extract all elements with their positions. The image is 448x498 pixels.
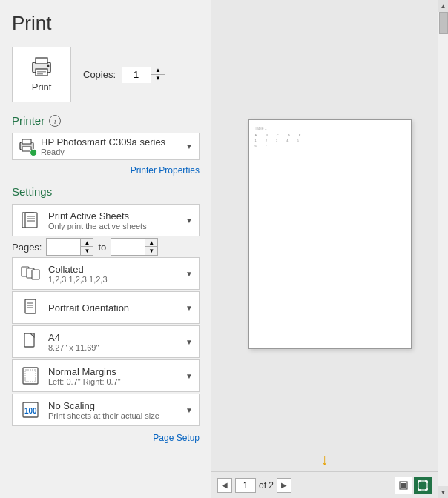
collated-arrow: ▼ xyxy=(185,270,193,278)
preview-panel: ▲ ▼ Table 1 A B C D E 1 2 3 4 xyxy=(211,0,448,498)
print-preview: Table 1 A B C D E 1 2 3 4 5 6 7 xyxy=(248,119,412,349)
next-page-button[interactable]: ▶ xyxy=(277,478,291,493)
svg-rect-4 xyxy=(37,73,43,75)
fit-page-icon xyxy=(398,480,409,491)
down-arrow-indicator: ↓ xyxy=(321,451,329,468)
setting-scaling[interactable]: 100 No Scaling Print sheets at their act… xyxy=(12,394,200,426)
collated-main: Collated xyxy=(48,264,185,275)
setting-portrait[interactable]: Portrait Orientation ▼ xyxy=(12,291,200,324)
page-title: Print xyxy=(12,12,200,35)
pages-from-decrement[interactable]: ▼ xyxy=(81,247,93,255)
view-buttons xyxy=(395,477,432,494)
page-setup-link[interactable]: Page Setup xyxy=(153,433,200,443)
setting-print-active-sheets[interactable]: Print Active Sheets Only print the activ… xyxy=(12,204,200,236)
page-of-text: of 2 xyxy=(259,480,274,491)
printer-info-icon[interactable]: i xyxy=(49,115,61,127)
scaling-icon: 100 xyxy=(19,398,42,422)
margins-icon xyxy=(19,364,42,388)
portrait-arrow: ▼ xyxy=(185,304,193,312)
print-button-label: Print xyxy=(32,82,52,93)
paper-main: A4 xyxy=(48,332,185,343)
copies-increment[interactable]: ▲ xyxy=(151,67,165,75)
scrollbar: ▲ ▼ xyxy=(438,0,448,498)
margins-sub: Left: 0.7" Right: 0.7" xyxy=(48,377,185,386)
svg-rect-10 xyxy=(25,213,37,228)
margins-text: Normal Margins Left: 0.7" Right: 0.7" xyxy=(48,366,185,386)
setting-collated[interactable]: Collated 1,2,3 1,2,3 1,2,3 ▼ xyxy=(12,257,200,290)
scaling-text: No Scaling Print sheets at their actual … xyxy=(48,400,185,420)
svg-rect-3 xyxy=(37,71,46,73)
margins-arrow: ▼ xyxy=(185,372,193,380)
bottom-navigation: ↓ ◀ of 2 ▶ xyxy=(211,471,438,498)
printer-properties-link[interactable]: Printer Properties xyxy=(131,165,200,176)
svg-point-5 xyxy=(47,65,50,67)
pages-from-spinners: ▲ ▼ xyxy=(80,239,93,255)
pages-from-wrap: ▲ ▼ xyxy=(46,238,93,256)
collated-text: Collated 1,2,3 1,2,3 1,2,3 xyxy=(48,264,185,284)
scroll-thumb[interactable] xyxy=(439,12,448,34)
paper-icon xyxy=(19,330,42,353)
printer-selector[interactable]: HP Photosmart C309a series Ready ▼ xyxy=(12,133,200,160)
print-button[interactable]: Print xyxy=(12,47,71,102)
copies-spinner-buttons: ▲ ▼ xyxy=(151,67,165,83)
portrait-icon xyxy=(19,296,42,319)
scroll-up-button[interactable]: ▲ xyxy=(438,0,448,12)
setting-paper[interactable]: A4 8.27" x 11.69" ▼ xyxy=(12,325,200,358)
printer-dropdown-arrow: ▼ xyxy=(185,142,193,150)
pages-to-increment[interactable]: ▲ xyxy=(145,239,157,247)
print-sheets-main: Print Active Sheets xyxy=(48,210,185,222)
pages-row: Pages: ▲ ▼ to ▲ ▼ xyxy=(12,238,200,256)
pages-from-input[interactable] xyxy=(47,239,80,255)
paper-sub: 8.27" x 11.69" xyxy=(48,343,185,352)
scaling-main: No Scaling xyxy=(48,400,185,411)
print-sheets-arrow: ▼ xyxy=(185,216,193,225)
print-button-area: Print Copies: ▲ ▼ xyxy=(12,47,200,102)
printer-info: HP Photosmart C309a series Ready xyxy=(41,136,182,156)
collated-sub: 1,2,3 1,2,3 1,2,3 xyxy=(48,275,185,284)
fit-sheet-button[interactable] xyxy=(414,477,432,494)
scaling-sub: Print sheets at their actual size xyxy=(48,411,185,420)
svg-text:100: 100 xyxy=(24,407,37,415)
copies-area: Copies: ▲ ▼ xyxy=(83,67,165,83)
collated-icon xyxy=(19,262,42,285)
portrait-text: Portrait Orientation xyxy=(48,302,185,313)
svg-rect-1 xyxy=(36,58,47,64)
pages-from-increment[interactable]: ▲ xyxy=(81,239,93,247)
printer-heading: Printer i xyxy=(12,114,200,127)
margins-main: Normal Margins xyxy=(48,366,185,377)
svg-rect-27 xyxy=(401,483,406,488)
svg-rect-7 xyxy=(22,139,31,144)
scaling-arrow: ▼ xyxy=(185,406,193,414)
copies-input[interactable] xyxy=(122,67,151,83)
print-sheets-text: Print Active Sheets Only print the activ… xyxy=(48,210,185,230)
pages-to-input[interactable] xyxy=(111,239,145,255)
scroll-track xyxy=(438,12,448,486)
printer-status-icon xyxy=(19,139,35,155)
portrait-main: Portrait Orientation xyxy=(48,302,185,313)
printer-name: HP Photosmart C309a series xyxy=(41,136,182,147)
svg-rect-28 xyxy=(418,481,427,490)
settings-section: Settings Print Active Sheets Only print … xyxy=(12,185,200,444)
current-page-input[interactable] xyxy=(235,478,256,493)
setting-margins[interactable]: Normal Margins Left: 0.7" Right: 0.7" ▼ xyxy=(12,359,200,392)
fit-page-button[interactable] xyxy=(395,477,412,494)
copies-decrement[interactable]: ▼ xyxy=(151,75,165,83)
left-panel: Print Print Copies: ▲ ▼ xyxy=(0,0,211,498)
paper-arrow: ▼ xyxy=(185,338,193,346)
prev-page-button[interactable]: ◀ xyxy=(217,478,232,493)
printer-status: Ready xyxy=(41,147,182,156)
pages-to-label: to xyxy=(98,242,106,253)
printer-section: Printer i HP Photosmart C309a series Rea… xyxy=(12,114,200,176)
print-sheets-icon xyxy=(19,208,42,232)
copies-spinner: ▲ ▼ xyxy=(122,67,165,83)
paper-text: A4 8.27" x 11.69" xyxy=(48,332,185,352)
pages-to-decrement[interactable]: ▼ xyxy=(145,247,157,255)
scroll-down-button[interactable]: ▼ xyxy=(438,486,448,498)
printer-status-dot xyxy=(30,149,37,156)
svg-rect-17 xyxy=(25,299,36,313)
print-sheets-sub: Only print the active sheets xyxy=(48,222,185,230)
page-setup-area: Page Setup xyxy=(12,431,200,444)
fit-sheet-icon xyxy=(418,480,428,491)
pages-label: Pages: xyxy=(12,242,42,253)
printer-properties-area: Printer Properties xyxy=(12,163,200,176)
